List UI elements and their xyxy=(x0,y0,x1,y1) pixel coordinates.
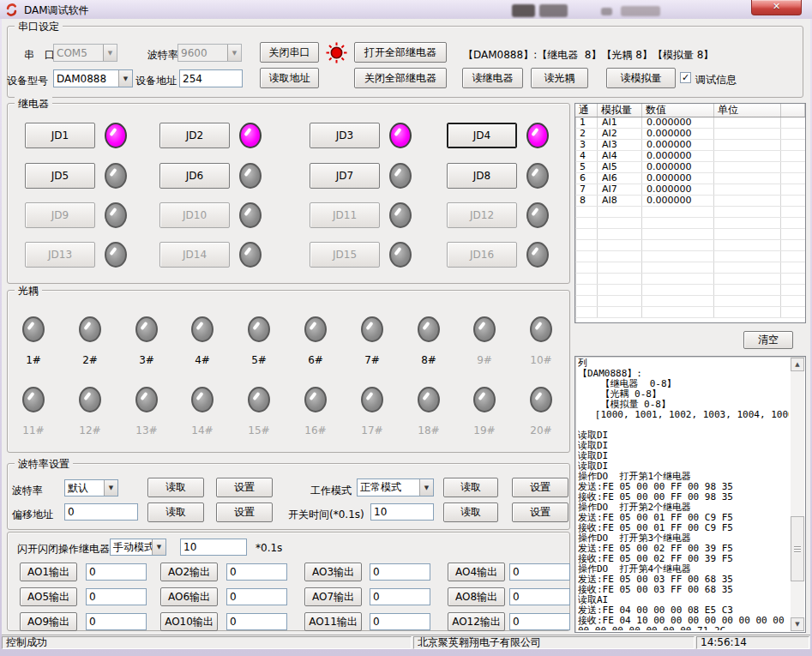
ao-output-button-3[interactable]: AO3输出 xyxy=(304,563,362,581)
relay-button-jd11[interactable]: JD11 xyxy=(310,202,380,228)
read-opto-button[interactable]: 读光耦 xyxy=(531,68,588,88)
ao-output-input-6[interactable] xyxy=(226,588,287,605)
relay-button-jd15[interactable]: JD15 xyxy=(310,242,380,268)
table-row[interactable]: 2AI20.000000 xyxy=(575,129,805,140)
table-row[interactable]: 6AI60.000000 xyxy=(575,173,805,184)
column-header[interactable]: 通 xyxy=(575,104,598,117)
table-row[interactable]: 3AI30.000000 xyxy=(575,140,805,151)
work-mode-select[interactable]: 正常模式 ▼ xyxy=(357,478,434,497)
ao-output-input-7[interactable] xyxy=(370,588,430,605)
ao-output-button-1[interactable]: AO1输出 xyxy=(20,563,77,581)
relay-button-jd1[interactable]: JD1 xyxy=(25,123,95,148)
ao-output-input-4[interactable] xyxy=(509,563,570,581)
ao-output-button-4[interactable]: AO4输出 xyxy=(448,563,505,581)
table-row-empty[interactable] xyxy=(575,285,805,296)
table-row-empty[interactable] xyxy=(575,262,805,274)
relay-button-jd5[interactable]: JD5 xyxy=(25,163,95,189)
switch-time-input[interactable] xyxy=(370,503,434,521)
ao-output-input-10[interactable] xyxy=(226,613,287,630)
relay-button-jd3[interactable]: JD3 xyxy=(310,123,380,148)
relay-button-jd9[interactable]: JD9 xyxy=(25,202,95,228)
ao-output-input-8[interactable] xyxy=(509,588,570,605)
cell-unit xyxy=(714,251,781,262)
read-relays-button[interactable]: 读继电器 xyxy=(462,68,523,88)
ao-output-button-9[interactable]: AO9输出 xyxy=(20,612,77,631)
ao-output-button-6[interactable]: AO6输出 xyxy=(160,587,218,606)
column-header[interactable]: 单位 xyxy=(714,104,781,117)
table-row-empty[interactable] xyxy=(575,251,805,262)
ao-output-input-1[interactable] xyxy=(86,563,147,581)
ao-output-button-11[interactable]: AO11输出 xyxy=(304,612,362,631)
table-row[interactable]: 5AI50.000000 xyxy=(575,162,805,173)
read-analog-button[interactable]: 读模拟量 xyxy=(606,68,676,88)
column-header[interactable]: 数值 xyxy=(642,104,714,117)
clear-log-button[interactable]: 清空 xyxy=(743,331,793,349)
relay-button-jd16[interactable]: JD16 xyxy=(447,242,517,268)
offset-read-button[interactable]: 读取 xyxy=(147,503,204,522)
title-bar[interactable]: DAM调试软件 ✕ xyxy=(0,0,812,19)
switch-time-read-button[interactable]: 读取 xyxy=(443,503,498,522)
offset-set-button[interactable]: 设置 xyxy=(216,503,273,522)
offset-address-input[interactable] xyxy=(64,503,138,521)
relay-button-jd6[interactable]: JD6 xyxy=(159,163,230,189)
relay-button-jd4[interactable]: JD4 xyxy=(447,123,517,148)
scroll-up-icon[interactable]: ▲ xyxy=(791,358,804,371)
relay-button-jd8[interactable]: JD8 xyxy=(447,163,517,189)
ao-output-button-2[interactable]: AO2输出 xyxy=(160,563,218,581)
scrollbar-thumb[interactable] xyxy=(791,516,804,581)
close-button[interactable]: ✕ xyxy=(751,0,802,15)
ao-output-button-10[interactable]: AO10输出 xyxy=(160,612,218,631)
device-address-input[interactable] xyxy=(179,69,243,87)
log-scrollbar[interactable]: ▲ ▼ xyxy=(791,358,804,631)
ao-output-button-12[interactable]: AO12输出 xyxy=(448,612,505,631)
ao-output-button-7[interactable]: AO7输出 xyxy=(304,587,362,606)
ao-output-input-12[interactable] xyxy=(509,613,570,630)
baudrate-read-button[interactable]: 读取 xyxy=(147,478,204,497)
relay-button-jd10[interactable]: JD10 xyxy=(159,202,230,228)
ao-output-input-3[interactable] xyxy=(370,563,430,581)
baudrate-set-button[interactable]: 设置 xyxy=(216,478,273,497)
opto-label: 20# xyxy=(527,424,555,436)
switch-time-set-button[interactable]: 设置 xyxy=(512,503,568,522)
close-serial-button[interactable]: 关闭串口 xyxy=(260,42,319,63)
relay-button-jd2[interactable]: JD2 xyxy=(159,123,230,148)
chevron-down-icon: ▼ xyxy=(419,479,433,496)
table-row[interactable]: 4AI40.000000 xyxy=(575,151,805,162)
ao-output-input-11[interactable] xyxy=(370,613,430,630)
table-row[interactable]: 8AI80.000000 xyxy=(575,196,805,207)
debug-info-checkbox[interactable]: ✓ xyxy=(680,72,691,83)
ao-output-button-8[interactable]: AO8输出 xyxy=(448,587,505,606)
open-all-relays-button[interactable]: 打开全部继电器 xyxy=(354,42,447,63)
read-address-button[interactable]: 读取地址 xyxy=(260,68,319,88)
table-row-empty[interactable] xyxy=(575,240,805,251)
flash-mode-select[interactable]: 手动模式 ▼ xyxy=(110,539,166,556)
table-row-empty[interactable] xyxy=(575,296,805,307)
table-row-empty[interactable] xyxy=(575,207,805,218)
table-row[interactable]: 1AI10.000000 xyxy=(575,117,805,129)
column-header[interactable] xyxy=(781,104,805,117)
serial-port-select[interactable]: COM5 ▼ xyxy=(53,44,117,62)
device-model-select[interactable]: DAM0888 ▼ xyxy=(53,69,133,87)
close-all-relays-button[interactable]: 关闭全部继电器 xyxy=(354,68,447,88)
relay-button-jd13[interactable]: JD13 xyxy=(25,242,95,268)
work-mode-read-button[interactable]: 读取 xyxy=(443,478,498,497)
table-row-empty[interactable] xyxy=(575,274,805,285)
table-row-empty[interactable] xyxy=(575,229,805,240)
table-row[interactable]: 7AI70.000000 xyxy=(575,184,805,196)
work-mode-set-button[interactable]: 设置 xyxy=(512,478,568,497)
baudrate-select[interactable]: 默认 ▼ xyxy=(64,479,118,497)
ao-output-input-2[interactable] xyxy=(226,563,287,581)
relay-button-jd14[interactable]: JD14 xyxy=(159,242,230,268)
relay-button-jd7[interactable]: JD7 xyxy=(310,163,380,189)
flash-time-input[interactable] xyxy=(180,539,247,556)
ao-output-button-5[interactable]: AO5输出 xyxy=(20,587,77,606)
ao-output-input-5[interactable] xyxy=(86,588,147,605)
table-row-empty[interactable] xyxy=(575,307,805,318)
ao-output-input-9[interactable] xyxy=(86,613,147,630)
log-panel[interactable]: 列 【DAM0888】: 【继电器 0-8】 【光耦 0-8】 【模拟量 0-8… xyxy=(574,356,806,633)
scroll-down-icon[interactable]: ▼ xyxy=(791,617,804,631)
baud-select[interactable]: 9600 ▼ xyxy=(177,44,242,62)
table-row-empty[interactable] xyxy=(575,218,805,229)
column-header[interactable]: 模拟量 xyxy=(598,104,642,117)
relay-button-jd12[interactable]: JD12 xyxy=(447,202,517,228)
